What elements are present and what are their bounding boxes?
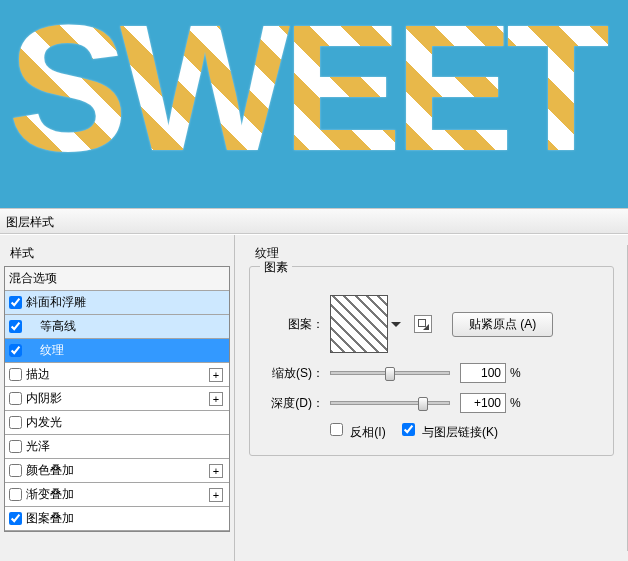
pattern-label: 图案： [262,316,330,333]
invert-label: 反相(I) [350,425,385,439]
canvas-text: SWEET [8,0,608,191]
style-row[interactable]: 等高线 [5,315,229,339]
style-checkbox[interactable] [9,440,22,453]
style-row[interactable]: 斜面和浮雕 [5,291,229,315]
style-label: 等高线 [26,318,76,335]
percent-unit: % [510,366,521,380]
style-label: 光泽 [26,438,50,455]
add-effect-button[interactable]: + [209,488,223,502]
scale-slider[interactable] [330,371,450,375]
style-checkbox[interactable] [9,416,22,429]
style-checkbox[interactable] [9,368,22,381]
style-checkbox[interactable] [9,392,22,405]
elements-legend: 图素 [260,259,292,276]
depth-label: 深度(D)： [262,395,330,412]
style-checkbox[interactable] [9,344,22,357]
document-canvas: SWEET [0,0,628,208]
style-label: 颜色叠加 [26,462,74,479]
style-checkbox[interactable] [9,464,22,477]
style-label: 内阴影 [26,390,62,407]
texture-panel: 纹理 图素 图案： 贴紧原点 (A) 缩放(S)： % 深度(D)： [235,235,628,561]
invert-checkbox[interactable] [330,423,343,436]
styles-panel: 样式 混合选项 斜面和浮雕等高线纹理描边+内阴影+内发光光泽颜色叠加+渐变叠加+… [0,235,235,561]
styles-list: 混合选项 斜面和浮雕等高线纹理描边+内阴影+内发光光泽颜色叠加+渐变叠加+图案叠… [4,266,230,532]
dialog-title-text: 图层样式 [6,215,54,229]
depth-slider-thumb[interactable] [418,397,428,411]
depth-slider[interactable] [330,401,450,405]
link-checkbox-wrap[interactable]: 与图层链接(K) [402,423,498,441]
style-row[interactable]: 描边+ [5,363,229,387]
style-label: 斜面和浮雕 [26,294,86,311]
style-checkbox[interactable] [9,296,22,309]
scale-input[interactable] [460,363,506,383]
style-label: 纹理 [26,342,64,359]
style-checkbox[interactable] [9,512,22,525]
new-preset-button[interactable] [414,315,432,333]
dialog-titlebar: 图层样式 [0,208,628,234]
style-label: 渐变叠加 [26,486,74,503]
blend-options-label: 混合选项 [9,270,57,287]
style-checkbox[interactable] [9,488,22,501]
style-row[interactable]: 颜色叠加+ [5,459,229,483]
style-row[interactable]: 纹理 [5,339,229,363]
add-effect-button[interactable]: + [209,368,223,382]
style-row[interactable]: 内发光 [5,411,229,435]
style-row[interactable]: 图案叠加 [5,507,229,531]
snap-to-origin-button[interactable]: 贴紧原点 (A) [452,312,553,337]
style-label: 内发光 [26,414,62,431]
style-label: 图案叠加 [26,510,74,527]
elements-group: 图素 图案： 贴紧原点 (A) 缩放(S)： % 深度(D)： [249,266,614,456]
invert-checkbox-wrap[interactable]: 反相(I) [330,423,386,441]
style-checkbox[interactable] [9,320,22,333]
pattern-picker[interactable] [330,295,388,353]
dialog-body: 样式 混合选项 斜面和浮雕等高线纹理描边+内阴影+内发光光泽颜色叠加+渐变叠加+… [0,234,628,561]
add-effect-button[interactable]: + [209,392,223,406]
link-label: 与图层链接(K) [422,425,498,439]
styles-heading: 样式 [4,243,230,266]
scale-slider-thumb[interactable] [385,367,395,381]
blend-options-row[interactable]: 混合选项 [5,267,229,291]
style-row[interactable]: 渐变叠加+ [5,483,229,507]
depth-input[interactable] [460,393,506,413]
add-effect-button[interactable]: + [209,464,223,478]
link-with-layer-checkbox[interactable] [402,423,415,436]
scale-label: 缩放(S)： [262,365,330,382]
percent-unit: % [510,396,521,410]
style-label: 描边 [26,366,50,383]
style-row[interactable]: 内阴影+ [5,387,229,411]
style-row[interactable]: 光泽 [5,435,229,459]
texture-heading: 纹理 [249,243,614,266]
